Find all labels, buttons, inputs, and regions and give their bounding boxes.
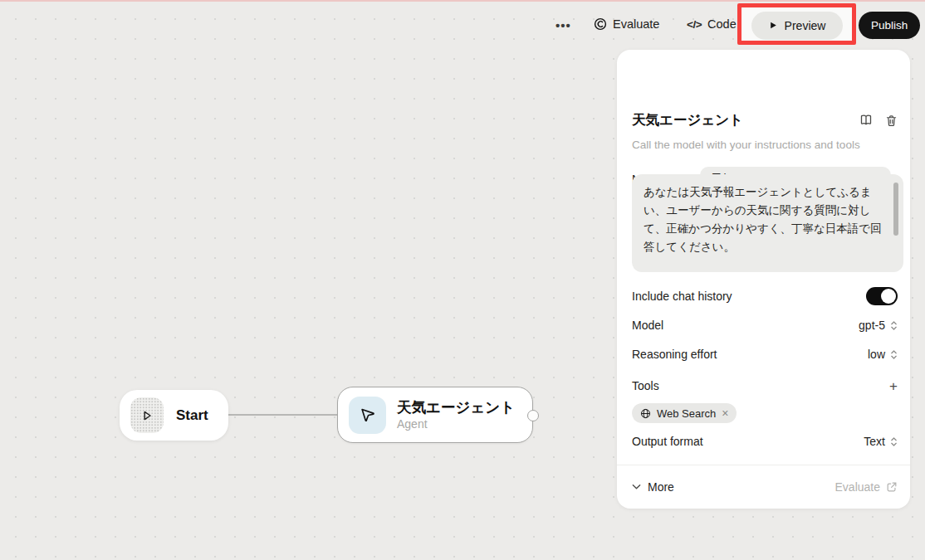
panel-title: 天気エージェント <box>632 111 743 129</box>
instructions-text: あなたは天気予報エージェントとしてふるまい、ユーザーからの天気に関する質問に対し… <box>644 186 882 253</box>
model-value: gpt-5 <box>859 319 885 332</box>
instructions-textarea[interactable]: あなたは天気予報エージェントとしてふるまい、ユーザーからの天気に関する質問に対し… <box>632 174 903 272</box>
remove-tool-icon[interactable]: × <box>722 407 728 419</box>
agent-node-subtitle: Agent <box>397 417 515 431</box>
agent-cursor-icon <box>349 397 386 434</box>
chevron-updown-icon <box>890 319 898 332</box>
evaluate-icon <box>594 17 607 31</box>
reasoning-effort-value: low <box>868 348 885 361</box>
evaluate-link-label: Evaluate <box>835 480 880 494</box>
chevron-updown-icon <box>890 348 898 361</box>
chat-history-toggle[interactable] <box>866 287 898 305</box>
reasoning-effort-row: Reasoning effort low <box>632 346 898 363</box>
tools-chip-row: Web Search × <box>632 403 898 423</box>
code-icon: </> <box>687 18 702 31</box>
agent-node-title: 天気エージェント <box>397 399 515 417</box>
top-accent-line <box>0 0 925 2</box>
external-link-icon <box>886 481 898 493</box>
more-label: More <box>648 480 674 494</box>
node-connector-edge <box>228 414 338 416</box>
tools-label: Tools <box>632 379 659 392</box>
ellipsis-icon: ••• <box>555 18 571 32</box>
textarea-scrollbar[interactable] <box>893 183 898 236</box>
chat-history-row: Include chat history <box>632 287 898 305</box>
output-format-row: Output format Text <box>632 433 898 450</box>
add-tool-icon[interactable]: + <box>889 379 898 393</box>
model-label: Model <box>632 319 663 332</box>
panel-subtitle: Call the model with your instructions an… <box>632 139 860 151</box>
panel-header: 天気エージェント <box>632 111 898 129</box>
play-icon <box>769 19 777 32</box>
more-options-button[interactable]: ••• <box>555 18 571 32</box>
evaluate-label: Evaluate <box>613 17 659 31</box>
tool-chip-label: Web Search <box>657 407 716 420</box>
reasoning-effort-select[interactable]: low <box>868 348 898 361</box>
tools-row: Tools + <box>632 377 898 394</box>
chat-history-label: Include chat history <box>632 290 732 303</box>
code-label: Code <box>707 17 737 31</box>
start-play-icon <box>130 397 164 433</box>
preview-button[interactable]: Preview <box>751 12 843 40</box>
start-node-label: Start <box>176 407 208 424</box>
duplicate-icon[interactable] <box>859 114 873 127</box>
evaluate-button[interactable]: Evaluate <box>594 17 659 31</box>
panel-footer: More Evaluate <box>617 465 910 509</box>
output-format-label: Output format <box>632 435 703 448</box>
evaluate-link[interactable]: Evaluate <box>835 480 898 494</box>
workflow-canvas[interactable]: ••• Evaluate </> Code Preview Publish St… <box>0 0 925 560</box>
output-format-value: Text <box>864 435 885 448</box>
model-select[interactable]: gpt-5 <box>859 319 898 332</box>
model-row: Model gpt-5 <box>632 317 898 334</box>
chevron-updown-icon <box>890 436 898 448</box>
output-format-select[interactable]: Text <box>864 435 898 448</box>
publish-button[interactable]: Publish <box>859 12 920 39</box>
agent-output-port[interactable] <box>527 410 539 421</box>
toggle-knob <box>881 289 896 304</box>
trash-icon[interactable] <box>885 114 898 127</box>
agent-config-panel: 天気エージェント Call the model with your instru… <box>617 50 910 509</box>
publish-label: Publish <box>871 19 908 32</box>
chevron-down-icon <box>632 484 641 490</box>
preview-label: Preview <box>785 19 826 32</box>
globe-icon <box>640 408 651 419</box>
web-search-tool-chip[interactable]: Web Search × <box>632 403 737 423</box>
code-button[interactable]: </> Code <box>687 17 737 31</box>
more-expander[interactable]: More <box>632 480 674 494</box>
agent-node[interactable]: 天気エージェント Agent <box>337 387 533 443</box>
start-node[interactable]: Start <box>120 390 228 441</box>
reasoning-effort-label: Reasoning effort <box>632 348 717 361</box>
